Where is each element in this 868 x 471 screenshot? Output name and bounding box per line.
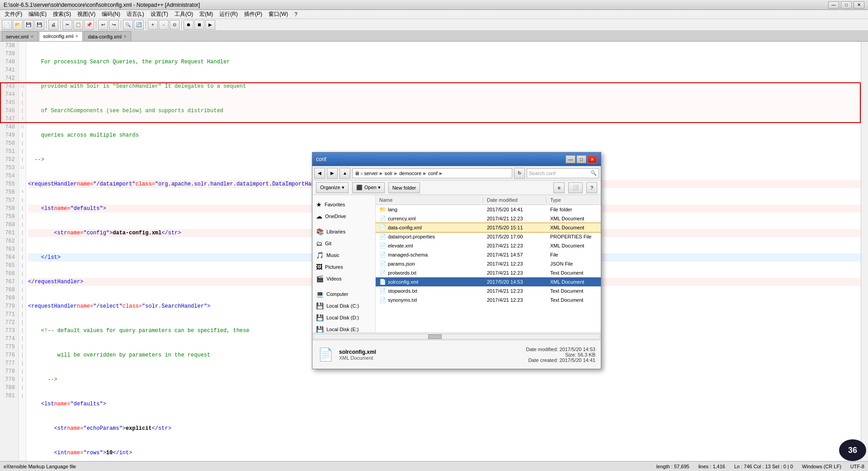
minimize-button[interactable]: —: [828, 1, 839, 9]
toolbar-sep-4: [121, 20, 121, 29]
toolbar-zoomreset[interactable]: ⊙: [170, 20, 179, 30]
toolbar-print[interactable]: 🖨: [48, 20, 58, 30]
toolbar-undo[interactable]: ↩: [98, 20, 108, 30]
file-item-lang[interactable]: 📁lang 2017/5/20 14:41 File folder: [376, 205, 601, 214]
file-item-dataimport[interactable]: 📄dataimport.properties 2017/5/20 17:00 P…: [376, 232, 601, 241]
toolbar: 📄 📂 💾 💾 🖨 ✂ 📋 📌 ↩ ↪ 🔍 🔄 + - ⊙ ⏺ ⏹ ▶: [0, 19, 868, 31]
search-box[interactable]: Search conf 🔍: [527, 168, 599, 178]
close-button[interactable]: ✕: [854, 1, 864, 9]
sidebar-local-disk-d[interactable]: 💾 Local Disk (D:): [312, 312, 375, 324]
dialog-hscroll[interactable]: [312, 333, 601, 340]
music-icon: 🎵: [316, 252, 324, 259]
col-type[interactable]: Type: [547, 197, 601, 203]
sidebar-local-disk-c[interactable]: 💾 Local Disk (C:): [312, 300, 375, 312]
toolbar-sep-1: [46, 20, 47, 29]
tab-data-config-xml-close[interactable]: ✕: [123, 34, 127, 39]
dialog-forward-button[interactable]: ▶: [327, 168, 338, 179]
dialog-minimize-button[interactable]: —: [566, 155, 576, 163]
address-breadcrumb[interactable]: 🖥 » server ► solr ► democore ► conf ►: [352, 168, 512, 178]
sidebar-local-disk-e[interactable]: 💾 Local Disk (E:): [312, 324, 375, 333]
toolbar-redo[interactable]: ↪: [109, 20, 119, 30]
file-item-data-config[interactable]: 📄data-config.xml 2017/5/20 15:11 XML Doc…: [376, 223, 601, 232]
file-item-protwords[interactable]: 📄protwords.txt 2017/4/21 12:23 Text Docu…: [376, 268, 601, 277]
menu-search[interactable]: 搜索(S): [50, 10, 74, 19]
file-item-solrconfig[interactable]: 📄solrconfig.xml 2017/5/20 14:53 XML Docu…: [376, 277, 601, 286]
menu-window[interactable]: 窗口(W): [266, 10, 291, 19]
breadcrumb-democore[interactable]: democore: [399, 171, 421, 176]
toolbar-new[interactable]: 📄: [2, 20, 12, 30]
dialog-file-list[interactable]: Name Date modified Type 📁lang 2017/5/20 …: [376, 195, 601, 333]
col-modified[interactable]: Date modified: [483, 197, 547, 203]
sidebar-favorites[interactable]: ★ Favorites: [312, 199, 375, 210]
tab-solrconfig-xml-close[interactable]: ✕: [75, 34, 79, 38]
file-data-config-type: XML Document: [547, 225, 601, 230]
file-item-managed-schema[interactable]: 📄managed-schema 2017/4/21 14:57 File: [376, 250, 601, 259]
view-details-button[interactable]: ≡: [553, 182, 564, 193]
file-synonyms-name: synonyms.txt: [388, 297, 417, 303]
toolbar-copy[interactable]: 📋: [73, 20, 83, 30]
toolbar-zoomout[interactable]: -: [159, 20, 169, 30]
dialog-up-button[interactable]: ▲: [340, 168, 350, 179]
menu-language[interactable]: 语言(L): [124, 10, 147, 19]
toolbar-save[interactable]: 💾: [24, 20, 33, 30]
editor-scrollbar[interactable]: [861, 42, 868, 461]
sidebar-local-disk-d-label: Local Disk (D:): [326, 315, 359, 320]
toolbar-zoomin[interactable]: +: [148, 20, 158, 30]
tab-solrconfig-xml[interactable]: solrconfig.xml ✕: [39, 31, 83, 41]
file-item-currency[interactable]: 📄currency.xml 2017/4/21 12:23 XML Docume…: [376, 214, 601, 223]
sidebar-music[interactable]: 🎵 Music: [312, 249, 375, 261]
toolbar-stop[interactable]: ⏹: [194, 20, 204, 30]
sidebar-computer[interactable]: 💻 Computer: [312, 288, 375, 300]
dialog-refresh-button[interactable]: ↻: [514, 168, 525, 179]
organize-button[interactable]: Organize ▾: [316, 182, 349, 193]
file-item-params[interactable]: 📄params.json 2017/4/21 12:23 JSON File: [376, 259, 601, 268]
menu-plugins[interactable]: 插件(P): [241, 10, 265, 19]
file-dialog[interactable]: conf — □ ✕ ◀ ▶ ▲ 🖥 » server ► solr ► dem…: [312, 152, 601, 369]
maximize-button[interactable]: □: [841, 1, 852, 9]
breadcrumb-conf[interactable]: conf: [428, 171, 438, 176]
sidebar-onedrive[interactable]: ☁ OneDrive: [312, 210, 375, 222]
toolbar-find[interactable]: 🔍: [123, 20, 133, 30]
toolbar-record[interactable]: ⏺: [184, 20, 193, 30]
toolbar-cut[interactable]: ✂: [62, 20, 72, 30]
toolbar-paste[interactable]: 📌: [84, 20, 94, 30]
sidebar-music-label: Music: [326, 252, 340, 258]
menu-edit[interactable]: 编辑(E): [26, 10, 49, 19]
sidebar-gap-2: [312, 285, 375, 288]
menu-macro[interactable]: 宏(M): [197, 10, 216, 19]
dialog-close-button[interactable]: ✕: [587, 155, 597, 163]
toolbar-play[interactable]: ▶: [205, 20, 215, 30]
menu-encoding[interactable]: 编码(N): [99, 10, 123, 19]
file-item-synonyms[interactable]: 📄synonyms.txt 2017/4/21 12:23 Text Docum…: [376, 295, 601, 304]
view-preview-button[interactable]: ⬜: [568, 182, 583, 193]
toolbar-replace[interactable]: 🔄: [134, 20, 144, 30]
menu-help[interactable]: ?: [292, 11, 300, 18]
dataimport-icon: 📄: [379, 233, 386, 240]
file-item-elevate[interactable]: 📄elevate.xml 2017/4/21 12:23 XML Documen…: [376, 241, 601, 250]
new-folder-button[interactable]: New folder: [388, 182, 420, 193]
col-name[interactable]: Name: [376, 197, 483, 203]
sidebar-libraries[interactable]: 📚 Libraries: [312, 226, 375, 238]
dialog-back-button[interactable]: ◀: [314, 168, 325, 179]
file-item-stopwords[interactable]: 📄stopwords.txt 2017/4/21 12:23 Text Docu…: [376, 286, 601, 295]
tab-data-config-xml[interactable]: data-config.xml ✕: [84, 31, 131, 41]
tab-server-xml[interactable]: server.xml ✕: [2, 31, 38, 41]
sidebar-videos[interactable]: 🎬 Videos: [312, 273, 375, 285]
sidebar-pictures[interactable]: 🖼 Pictures: [312, 261, 375, 273]
hscroll-thumb[interactable]: [428, 334, 442, 339]
dialog-maximize-button[interactable]: □: [576, 155, 586, 163]
menu-file[interactable]: 文件(F): [2, 10, 25, 19]
toolbar-open[interactable]: 📂: [13, 20, 23, 30]
breadcrumb-server[interactable]: server: [364, 171, 378, 176]
tab-server-xml-close[interactable]: ✕: [30, 34, 34, 39]
breadcrumb-solr[interactable]: solr: [385, 171, 393, 176]
toolbar-saveall[interactable]: 💾: [34, 20, 44, 30]
menu-run[interactable]: 运行(R): [217, 10, 241, 19]
params-icon: 📄: [379, 261, 386, 267]
open-button[interactable]: ⬛ Open ▾: [352, 182, 385, 193]
help-button[interactable]: ?: [586, 182, 597, 193]
sidebar-git[interactable]: 🗂 Git: [312, 238, 375, 249]
menu-settings[interactable]: 设置(T): [148, 10, 171, 19]
menu-tools[interactable]: 工具(O): [172, 10, 196, 19]
menu-view[interactable]: 视图(V): [75, 10, 98, 19]
